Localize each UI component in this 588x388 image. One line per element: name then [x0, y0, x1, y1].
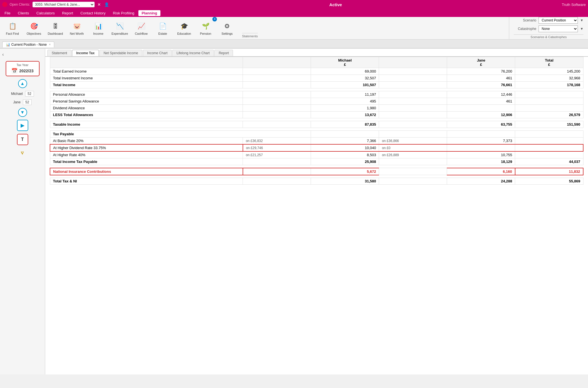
row-sub: [243, 178, 311, 185]
toolbar-tools: 📋 Fact Find 🎯 Objectives 🎛 Dashboard 🐷 N…: [0, 17, 509, 39]
tab-report[interactable]: Report: [214, 50, 233, 56]
tax-year-value: 📅 2022/23: [9, 68, 36, 74]
tab-lifelong[interactable]: Lifelong Income Chart: [172, 50, 214, 56]
close-client-btn[interactable]: ✕: [97, 2, 101, 7]
year-up-btn[interactable]: ▲: [18, 79, 27, 88]
row-sub: [243, 121, 311, 128]
tool-pension[interactable]: 🌱 4 Pension: [195, 18, 216, 38]
t-btn[interactable]: T: [17, 134, 28, 145]
tool-expenditure-label: Expenditure: [112, 32, 128, 35]
table-row: Total Income 101,507 76,661 178,168: [50, 82, 583, 88]
tab-income-tax[interactable]: Income Tax: [72, 50, 99, 56]
tax-year-title: Tax Year: [9, 63, 36, 67]
tool-net-worth[interactable]: 🐷 Net Worth: [67, 18, 87, 38]
catastrophe-row: Catastrophe None ▼: [514, 25, 583, 32]
row-michael: 1,980: [311, 105, 379, 112]
cp-tab-icon: 📊: [6, 43, 10, 47]
row-sub: [243, 168, 311, 175]
row-sub: [243, 158, 311, 165]
col-header-michael: Michael£: [311, 57, 379, 68]
row-sub: [243, 91, 311, 98]
tool-estate[interactable]: 📄 Estate: [153, 18, 173, 38]
tool-fact-find[interactable]: 📋 Fact Find: [2, 18, 23, 38]
client-selector[interactable]: 3055: Michael Client & Jane...: [32, 2, 95, 7]
tool-cashflow-label: Cashflow: [135, 32, 147, 35]
col-header-label: [50, 57, 243, 68]
tool-settings[interactable]: ⚙ Settings: [217, 18, 237, 38]
row-jane: 461: [447, 75, 515, 82]
row-michael: 10,040: [311, 144, 379, 151]
cp-tab-label: Current Position - None: [11, 43, 47, 47]
estate-icon: 📄: [158, 21, 168, 31]
row-michael: 31,580: [311, 178, 379, 185]
row-label: At Basic Rate 20%: [50, 138, 243, 145]
settings-icon: ⚙: [222, 21, 232, 31]
scenario-select[interactable]: Current Position: [539, 17, 578, 24]
toolbar-right: Scenario Current Position ▼ Catastrophe …: [509, 17, 588, 39]
tool-expenditure[interactable]: 📉 Expenditure: [110, 18, 130, 38]
menu-clients[interactable]: Clients: [14, 10, 32, 16]
menu-contact-history[interactable]: Contact History: [77, 10, 109, 16]
collapse-btn[interactable]: ‹: [2, 52, 4, 57]
row-label: Total Earned Income: [50, 68, 243, 75]
row-sub: on £29,746: [243, 144, 311, 151]
row-label: Total Investment Income: [50, 75, 243, 82]
tool-education[interactable]: 🎓 Education: [174, 18, 194, 38]
row-jane: 461: [447, 98, 515, 105]
main-content: ‹ Tax Year 📅 2022/23 ▲ Michael 52 Jane 5…: [0, 49, 588, 374]
row-sub2: [379, 82, 447, 88]
row-label: At Higher Dividend Rate 33.75%: [50, 144, 243, 151]
col-header-sub: [243, 57, 311, 68]
row-jane: 24,288: [447, 178, 515, 185]
tool-income-label: Income: [93, 32, 103, 35]
cashflow-icon: 📈: [136, 21, 146, 31]
tab-income-chart[interactable]: Income Chart: [143, 50, 172, 56]
row-sub: on £21,257: [243, 151, 311, 158]
filter-btn[interactable]: ⛛: [18, 148, 28, 158]
row-total: [515, 144, 583, 151]
table-row: [50, 88, 583, 91]
menu-planning[interactable]: Planning: [138, 10, 161, 16]
row-sub2: [379, 91, 447, 98]
tool-income[interactable]: 📊 Income: [88, 18, 108, 38]
table-row: LESS Total Allowances 13,672 12,906 26,5…: [50, 112, 583, 118]
row-total: 11,832: [515, 168, 583, 175]
menu-file[interactable]: File: [1, 10, 14, 16]
tax-year-box: Tax Year 📅 2022/23: [6, 61, 40, 76]
row-michael: 32,507: [311, 75, 379, 82]
cp-tab-close-btn[interactable]: ×: [49, 43, 51, 46]
row-jane: 6,160: [447, 168, 515, 175]
cp-tab[interactable]: 📊 Current Position - None ×: [2, 42, 54, 47]
row-sub: [243, 98, 311, 105]
tool-dashboard[interactable]: 🎛 Dashboard: [45, 18, 66, 38]
tool-objectives[interactable]: 🎯 Objectives: [24, 18, 44, 38]
row-total: 55,869: [515, 178, 583, 185]
user-icon-btn[interactable]: 👤: [104, 2, 110, 7]
row-sub: [243, 68, 311, 75]
brand-label: Truth Software: [562, 3, 586, 7]
michael-label: Michael: [11, 92, 23, 96]
catastrophe-select[interactable]: None: [539, 25, 578, 32]
menu-risk-profiling[interactable]: Risk Profiling: [110, 10, 138, 16]
tool-estate-label: Estate: [158, 32, 167, 35]
menu-report[interactable]: Report: [59, 10, 77, 16]
tool-cashflow[interactable]: 📈 Cashflow: [131, 18, 151, 38]
row-jane: 18,129: [447, 158, 515, 165]
play-btn[interactable]: ▶: [17, 120, 28, 131]
tab-statement[interactable]: Statement: [47, 50, 71, 56]
statements-label: Statements: [242, 33, 258, 38]
menu-calculators[interactable]: Calculators: [33, 10, 58, 16]
row-label: At Higher Rate 40%: [50, 151, 243, 158]
row-michael: 69,000: [311, 68, 379, 75]
row-total: 151,590: [515, 121, 583, 128]
row-sub2: [379, 158, 447, 165]
table-container: Michael£ Jane£ Total£ Total Earned Incom…: [45, 57, 588, 374]
table-header-row: Michael£ Jane£ Total£: [50, 57, 583, 68]
row-label: LESS Total Allowances: [50, 112, 243, 118]
col-header-sub2: [379, 57, 447, 68]
row-jane: [447, 144, 515, 151]
tab-net-spendable[interactable]: Net Spendable Income: [99, 50, 142, 56]
year-down-btn[interactable]: ▼: [18, 108, 27, 117]
tool-education-label: Education: [177, 32, 191, 35]
table-row: [50, 165, 583, 168]
